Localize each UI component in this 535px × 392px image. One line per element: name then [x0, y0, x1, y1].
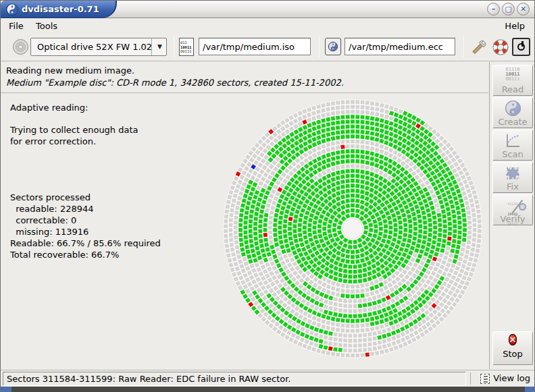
read-button-label: Read	[493, 84, 532, 94]
spacer	[10, 147, 161, 192]
stop-button[interactable]: ✕ Stop	[492, 331, 533, 365]
sectors-missing: missing: 113916	[10, 226, 161, 237]
status-headline: Reading new medium image.	[6, 65, 134, 76]
action-sidebar: 01110 10011 00111 Read Create	[489, 62, 535, 369]
iso-icon-row: 00111	[180, 49, 193, 54]
preferences-wrench-icon[interactable]	[469, 38, 488, 57]
spacer	[10, 113, 161, 124]
maximize-button[interactable]: ▢	[502, 3, 515, 16]
menu-help[interactable]: Help	[501, 20, 529, 32]
patch-icon	[493, 163, 532, 181]
title-bar[interactable]: dvdisaster-0.71 – ▢ ✕	[1, 1, 535, 18]
create-button[interactable]: Create	[492, 97, 533, 128]
ecc-path-input[interactable]	[345, 38, 455, 55]
status-message: Sectors 311584-311599: Raw Reader: EDC f…	[7, 374, 290, 384]
app-yinyang-icon	[6, 3, 18, 16]
resize-corner-left[interactable]	[1, 387, 11, 392]
stop-icon: ✕	[509, 334, 517, 345]
power-icon-bar	[521, 41, 524, 47]
adaptive-reading-heading: Adaptive reading:	[10, 102, 161, 113]
minimize-button[interactable]: –	[487, 3, 500, 16]
description-line-1: Trying to collect enough data	[10, 124, 161, 136]
toolbar: Optical drive 52X FW 1.02 ▼ 011 10011 00…	[1, 32, 535, 61]
magnifier-lens	[519, 203, 526, 211]
description-line-2: for error correction.	[10, 136, 161, 147]
menu-file[interactable]: File	[5, 20, 28, 32]
help-lifering-icon[interactable]	[492, 38, 509, 56]
scan-button[interactable]: Scan	[492, 130, 533, 161]
log-document-icon	[480, 374, 490, 384]
close-button[interactable]: ✕	[517, 3, 530, 16]
yinyang-icon	[493, 98, 532, 116]
main-content: Adaptive reading: Trying to collect enou…	[1, 94, 488, 369]
create-button-label: Create	[493, 117, 532, 127]
drive-selector-arrow-box[interactable]: ▼	[151, 38, 166, 55]
sectors-correctable: correctable: 0	[10, 215, 161, 226]
toolbar-separator	[463, 36, 464, 57]
application-window: dvdisaster-0.71 – ▢ ✕ File Tools Help Op…	[0, 0, 535, 392]
view-log-label: View log	[493, 373, 530, 383]
menu-bar: File Tools Help	[1, 19, 535, 32]
iso-path-input[interactable]	[199, 38, 311, 55]
optical-disc-icon	[12, 38, 29, 55]
iso-image-icon: 011 10011 00111	[179, 38, 194, 56]
adaptive-reading-panel: Adaptive reading: Trying to collect enou…	[10, 102, 161, 260]
stop-x-glyph: ✕	[509, 335, 517, 345]
sectors-readable: readable: 228944	[10, 203, 161, 215]
ecc-file-icon	[325, 38, 341, 55]
read-button[interactable]: 01110 10011 00111 Read	[492, 65, 533, 96]
stop-button-label: Stop	[493, 349, 532, 359]
binary-icon: 01110 10011 00111	[493, 65, 532, 84]
chevron-down-icon: ▼	[157, 43, 162, 50]
drive-selector-value: Optical drive 52X FW 1.02	[37, 42, 152, 52]
drive-selector[interactable]: Optical drive 52X FW 1.02 ▼	[30, 38, 167, 56]
readable-percentage: Readable: 66.7% / 85.6% required	[10, 237, 161, 249]
window-bottom-frame	[1, 387, 535, 392]
status-bar: Sectors 311584-311599: Raw Reader: EDC f…	[1, 370, 535, 387]
statusbar-separator	[470, 372, 471, 385]
toolbar-separator	[319, 36, 320, 57]
total-recoverable: Total recoverable: 66.7%	[10, 249, 161, 260]
verify-button[interactable]: 01110 10011 00111 Verify	[492, 194, 533, 225]
resize-corner-right[interactable]	[525, 387, 535, 392]
fix-button-label: Fix	[493, 181, 532, 192]
menu-tools[interactable]: Tools	[32, 20, 61, 32]
sectors-processed-heading: Sectors processed	[10, 192, 161, 203]
chart-icon	[493, 130, 532, 148]
toolbar-separator	[174, 36, 174, 57]
status-message-box: Sectors 311584-311599: Raw Reader: EDC f…	[3, 372, 466, 386]
ecc-yinyang-glyph	[328, 41, 338, 52]
view-log-button[interactable]: View log	[478, 372, 533, 386]
medium-info-line: Medium "Example disc": CD-R mode 1, 3428…	[6, 78, 344, 88]
disc-spiral-canvas	[201, 94, 498, 370]
magnifier-binary-icon: 01110 10011 00111	[493, 195, 532, 213]
status-area: Reading new medium image. Medium "Exampl…	[1, 62, 488, 93]
window-title: dvdisaster-0.71	[22, 4, 99, 14]
scan-button-label: Scan	[493, 149, 532, 159]
fix-button[interactable]: Fix	[492, 162, 533, 193]
quit-power-button[interactable]	[512, 38, 530, 56]
